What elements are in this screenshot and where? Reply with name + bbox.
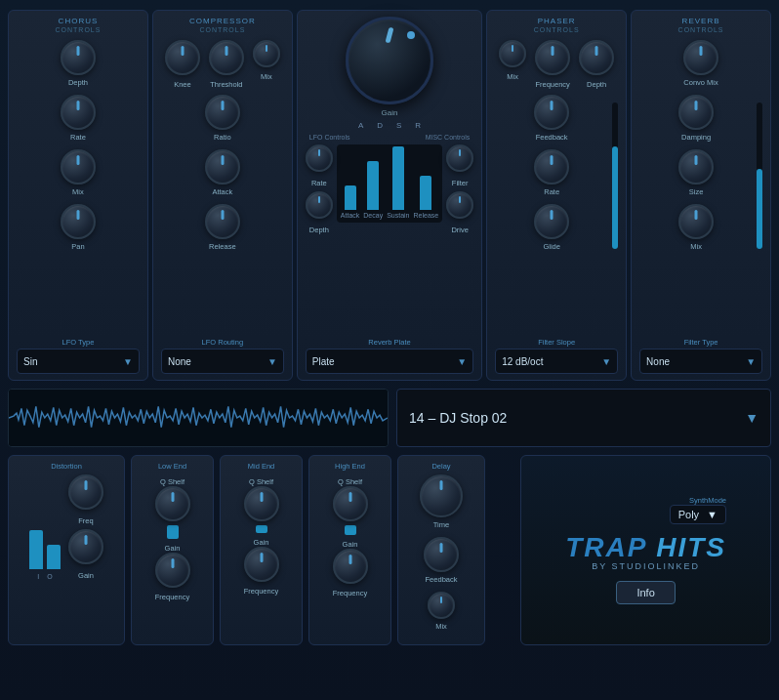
info-button[interactable]: Info — [616, 581, 675, 604]
delay-feedback-group: Feedback — [424, 537, 459, 584]
filter-slope-dropdown[interactable]: 12 dB/oct ▼ — [495, 349, 618, 374]
brand-area: SynthMode Poly ▼ TRAP HITS BY STUDIOLINK… — [565, 462, 726, 638]
waveform-section: 14 – DJ Stop 02 ▼ — [0, 389, 779, 447]
eq-mid-shelf-knob[interactable] — [244, 486, 279, 521]
phaser-freq-label: Frequency — [535, 80, 569, 89]
phaser-depth-knob[interactable] — [579, 40, 614, 75]
delay-feedback-label: Feedback — [426, 575, 458, 584]
delay-mix-label: Mix — [435, 622, 447, 631]
phaser-lower: Feedback Rate Glide — [495, 95, 618, 259]
lfo-rate-label: Rate — [311, 179, 327, 187]
chorus-lfo-dropdown-arrow: ▼ — [123, 356, 133, 367]
chorus-pan-label: Pan — [71, 242, 84, 251]
main-container: Chorus controls Depth Rate Mix Pan LFO T… — [0, 0, 779, 700]
comp-attack-knob[interactable] — [205, 149, 240, 185]
phaser-freq-knob[interactable] — [535, 40, 570, 75]
sustain-bar — [392, 146, 404, 210]
phaser-title: Phaser controls — [534, 17, 580, 34]
delay-time-knob[interactable] — [420, 474, 463, 517]
synth-mode-dropdown[interactable]: Poly ▼ — [670, 505, 726, 524]
phaser-mix-label: Mix — [507, 72, 518, 81]
eq-low-gain-label: Gain — [165, 544, 181, 553]
eq-high-gain-knob[interactable] — [333, 549, 368, 584]
comp-knee-knob[interactable] — [165, 40, 200, 75]
phaser-fader[interactable] — [612, 103, 618, 249]
decay-bar-wrap: Decay — [363, 161, 383, 219]
decay-bar — [367, 161, 379, 210]
delay-time-label: Time — [433, 520, 449, 529]
sustain-bar-wrap: Sustain — [387, 146, 409, 219]
comp-threshold-knob[interactable] — [209, 40, 244, 75]
chorus-lfo-type-dropdown[interactable]: Sin ▼ — [17, 349, 140, 374]
misc-filter-knob[interactable] — [446, 144, 473, 172]
chorus-rate-group: Rate — [61, 95, 96, 142]
eq-low-freq-label: Frequency — [155, 593, 189, 601]
comp-threshold-group: Threshold — [209, 40, 244, 89]
chorus-title: Chorus controls — [56, 17, 102, 34]
reverb-fader-fill — [757, 169, 762, 250]
distortion-freq-label: Freq — [78, 516, 93, 525]
comp-attack-label: Attack — [212, 187, 232, 196]
chorus-depth-knob[interactable] — [61, 40, 96, 75]
distortion-freq-knob[interactable] — [68, 474, 103, 510]
phaser-panel: Phaser controls Mix Frequency Depth — [486, 10, 627, 381]
comp-release-knob[interactable] — [205, 204, 240, 239]
phaser-top-knobs: Mix Frequency Depth — [495, 40, 618, 89]
filter-type-dropdown[interactable]: None ▼ — [639, 349, 762, 374]
chorus-rate-knob[interactable] — [61, 95, 96, 130]
phaser-freq-group: Frequency — [535, 40, 570, 89]
phaser-glide-knob[interactable] — [534, 204, 569, 239]
lfo-rate-knob[interactable] — [306, 144, 333, 172]
chorus-lfo-type-label: LFO Type — [17, 338, 140, 347]
chorus-pan-group: Pan — [61, 204, 96, 251]
waveform-display — [8, 389, 389, 447]
chorus-panel: Chorus controls Depth Rate Mix Pan LFO T… — [8, 10, 148, 381]
attack-bar-wrap: Attack — [341, 185, 359, 219]
delay-feedback-knob[interactable] — [424, 537, 459, 572]
phaser-mix-group: Mix — [499, 40, 526, 89]
comp-mix-knob[interactable] — [253, 40, 280, 67]
chorus-mix-knob[interactable] — [61, 149, 96, 185]
eq-high-shelf-label: Q Shelf — [338, 477, 362, 486]
comp-knee-group: Knee — [165, 40, 200, 89]
delay-mix-knob[interactable] — [428, 592, 455, 619]
reverb-fader-wrap — [757, 95, 762, 249]
dist-i-label: I — [37, 573, 39, 580]
gain-knob[interactable] — [346, 17, 433, 104]
eq-high-shelf-knob[interactable] — [333, 486, 368, 521]
reverb-size-knob[interactable] — [678, 149, 714, 185]
chorus-pan-knob[interactable] — [61, 204, 96, 239]
eq-mid-gain-knob[interactable] — [244, 547, 279, 582]
envelope-panel: Gain A D S R LFO Controls MISC Controls … — [297, 10, 482, 381]
reverb-fader[interactable] — [757, 103, 762, 249]
reverb-mix-knob[interactable] — [678, 204, 714, 239]
phaser-feedback-knob[interactable] — [534, 95, 569, 130]
distortion-gain-knob[interactable] — [68, 529, 103, 564]
distortion-knobs: Freq Gain — [68, 474, 103, 580]
reverb-plate-dropdown[interactable]: Plate ▼ — [306, 349, 473, 374]
comp-ratio-knob[interactable] — [205, 95, 240, 130]
reverb-damping-knob[interactable] — [678, 95, 714, 130]
delay-title: Delay — [431, 462, 450, 471]
misc-controls-label: MISC Controls — [426, 134, 471, 141]
phaser-fader-fill — [612, 146, 618, 249]
sample-selector[interactable]: 14 – DJ Stop 02 ▼ — [396, 389, 771, 447]
gain-label: Gain — [382, 108, 398, 117]
filter-slope-arrow: ▼ — [601, 356, 611, 367]
eq-high-gain-label: Gain — [343, 540, 358, 549]
comp-lfo-routing-dropdown[interactable]: None ▼ — [161, 349, 284, 374]
eq-mid-freq-label: Frequency — [244, 587, 278, 596]
compressor-title: Compressor controls — [189, 17, 256, 34]
phaser-mix-knob[interactable] — [499, 40, 526, 67]
eq-low-gain-knob[interactable] — [155, 553, 190, 588]
reverb-convo-knob[interactable] — [683, 40, 718, 75]
adsr-bars: Attack Decay Sustain Release — [337, 144, 442, 223]
sample-name: 14 – DJ Stop 02 — [409, 410, 507, 426]
reverb-convo-group: Convo Mix — [683, 40, 718, 87]
eq-low-shelf-knob[interactable] — [155, 486, 190, 521]
phaser-rate-knob[interactable] — [534, 149, 569, 185]
synth-mode-label: SynthMode — [689, 496, 726, 505]
reverb-right-knobs: Damping Size Mix — [639, 95, 753, 259]
misc-drive-knob[interactable] — [446, 191, 473, 219]
lfo-depth-knob[interactable] — [306, 191, 333, 219]
